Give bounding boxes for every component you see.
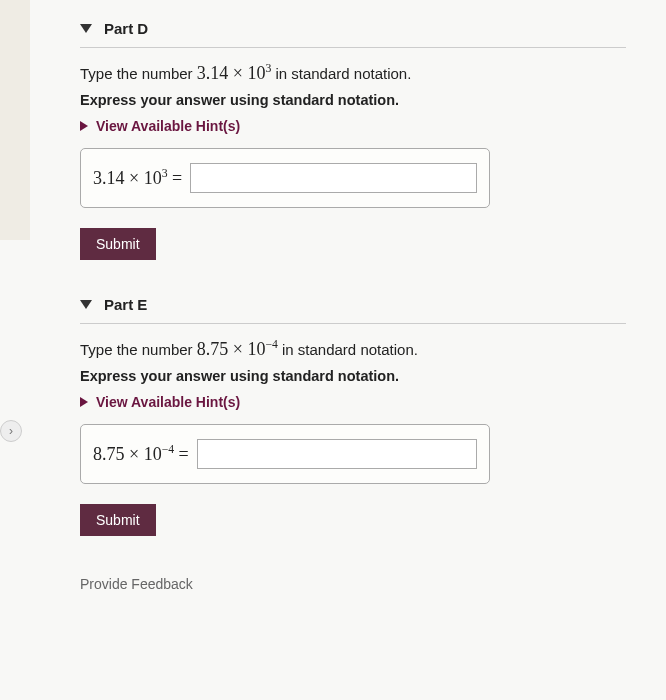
chevron-right-icon [80,121,88,131]
provide-feedback-link[interactable]: Provide Feedback [80,576,626,592]
prompt-expression: 3.14 × 103 [197,63,272,83]
part-D-title: Part D [104,20,148,37]
part-D-header[interactable]: Part D [80,20,626,48]
part-E-header[interactable]: Part E [80,296,626,324]
part-E-instruction: Express your answer using standard notat… [80,368,626,384]
chevron-down-icon [80,24,92,33]
prompt-prefix: Type the number [80,65,197,82]
hints-label: View Available Hint(s) [96,394,240,410]
part-E-submit-button[interactable]: Submit [80,504,156,536]
part-E: Part E Type the number 8.75 × 10−4 in st… [80,296,626,536]
part-E-answer-input[interactable] [197,439,477,469]
chevron-down-icon [80,300,92,309]
expand-nav-button[interactable]: › [0,420,22,442]
part-E-lhs: 8.75 × 10−4 = [93,443,189,465]
part-D: Part D Type the number 3.14 × 103 in sta… [80,20,626,260]
part-D-hints-toggle[interactable]: View Available Hint(s) [80,118,626,134]
chevron-right-icon [80,397,88,407]
hints-label: View Available Hint(s) [96,118,240,134]
part-D-answer-input[interactable] [190,163,477,193]
part-E-prompt: Type the number 8.75 × 10−4 in standard … [80,338,626,360]
part-D-submit-button[interactable]: Submit [80,228,156,260]
part-D-lhs: 3.14 × 103 = [93,167,182,189]
part-D-instruction: Express your answer using standard notat… [80,92,626,108]
prompt-prefix: Type the number [80,341,197,358]
part-D-answer-box: 3.14 × 103 = [80,148,490,208]
prompt-expression: 8.75 × 10−4 [197,339,278,359]
prompt-suffix: in standard notation. [278,341,418,358]
part-D-prompt: Type the number 3.14 × 103 in standard n… [80,62,626,84]
sidebar-stub [0,0,30,240]
part-E-title: Part E [104,296,147,313]
part-E-answer-box: 8.75 × 10−4 = [80,424,490,484]
part-E-hints-toggle[interactable]: View Available Hint(s) [80,394,626,410]
prompt-suffix: in standard notation. [271,65,411,82]
